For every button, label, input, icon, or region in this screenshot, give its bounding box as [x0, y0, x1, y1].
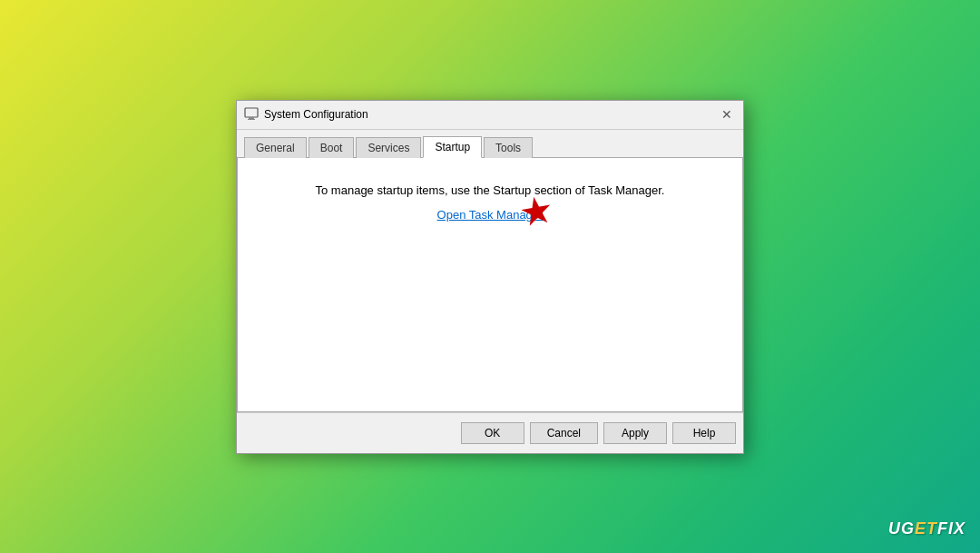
- desktop: System Configuration ✕ General Boot Serv…: [0, 0, 980, 553]
- tab-services[interactable]: Services: [356, 137, 421, 158]
- dialog-title: System Configuration: [264, 108, 368, 121]
- watermark: UGETFIX: [888, 519, 965, 538]
- system-configuration-dialog: System Configuration ✕ General Boot Serv…: [236, 100, 744, 454]
- svg-rect-0: [245, 108, 258, 117]
- footer: OK Cancel Apply Help: [237, 412, 743, 453]
- cancel-button[interactable]: Cancel: [530, 422, 598, 444]
- apply-button[interactable]: Apply: [603, 422, 667, 444]
- title-bar-left: System Configuration: [244, 107, 368, 122]
- title-bar: System Configuration ✕: [237, 101, 743, 130]
- close-button[interactable]: ✕: [718, 105, 736, 123]
- watermark-highlight: ET: [915, 519, 937, 538]
- open-task-manager-link[interactable]: Open Task Manager: [437, 208, 544, 222]
- tab-tools[interactable]: Tools: [484, 137, 533, 158]
- ok-button[interactable]: OK: [461, 422, 524, 444]
- help-button[interactable]: Help: [672, 422, 736, 444]
- startup-message: To manage startup items, use the Startup…: [316, 183, 665, 197]
- tab-bar: General Boot Services Startup Tools: [237, 130, 743, 158]
- svg-rect-2: [248, 119, 255, 120]
- tab-boot[interactable]: Boot: [309, 137, 355, 158]
- monitor-icon: [244, 107, 259, 122]
- content-area: To manage startup items, use the Startup…: [237, 158, 743, 412]
- tab-startup[interactable]: Startup: [423, 136, 482, 158]
- svg-rect-1: [249, 117, 254, 119]
- tab-general[interactable]: General: [244, 137, 307, 158]
